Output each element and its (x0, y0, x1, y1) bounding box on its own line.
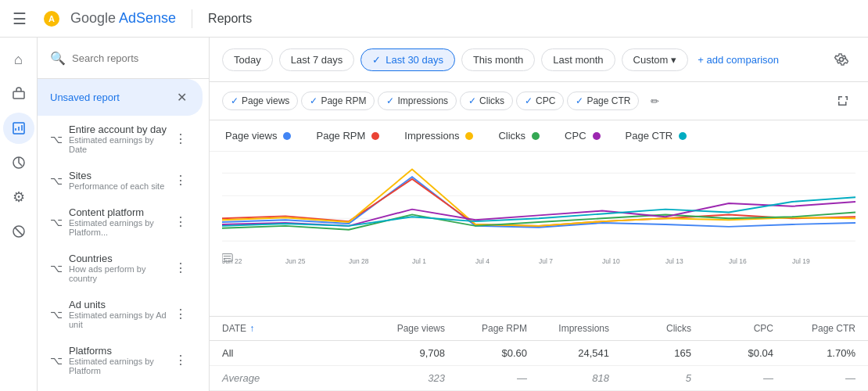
sort-arrow-icon: ↑ (249, 323, 254, 334)
today-filter-button[interactable]: Today (222, 48, 273, 71)
nav-optimization-icon[interactable] (3, 147, 34, 178)
checkmark-icon: ✓ (372, 54, 381, 66)
legend-dot-cpc (593, 132, 601, 140)
legend-label-page-ctr: Page CTR (626, 130, 673, 142)
legend-label-cpc: CPC (565, 130, 586, 142)
date-filter-bar: Today Last 7 days ✓ Last 30 days This mo… (210, 38, 868, 82)
entire-account-subtitle: Estimated earnings by Date (69, 135, 171, 154)
custom-filter-button[interactable]: Custom ▾ (622, 48, 689, 71)
page-title: Reports (208, 12, 252, 26)
last7-filter-button[interactable]: Last 7 days (279, 48, 355, 71)
search-icon: 🔍 (50, 51, 66, 66)
this-month-filter-button[interactable]: This month (461, 48, 535, 71)
countries-subtitle: How ads perform by country (69, 264, 171, 283)
legend-page-rpm: Page RPM (316, 130, 379, 142)
sidebar-item-entire-account[interactable]: ⌥ Entire account by day Estimated earnin… (38, 116, 203, 162)
brand-name: Google AdSense (70, 10, 176, 27)
check-page-rpm-icon: ✓ (310, 95, 317, 106)
search-input[interactable] (72, 52, 203, 64)
legend-dot-clicks (532, 132, 540, 140)
sidebar-item-unsaved[interactable]: Unsaved report ✕ (38, 79, 203, 116)
table-row-average: Average 323 — 818 5 — — (210, 366, 868, 391)
menu-icon[interactable]: ☰ (13, 9, 27, 28)
chevron-down-icon: ▾ (671, 54, 676, 66)
expand-chart-icon[interactable] (830, 88, 855, 113)
chip-page-ctr[interactable]: ✓ Page CTR (567, 91, 639, 110)
svg-text:A: A (48, 14, 55, 23)
last30-filter-button[interactable]: ✓ Last 30 days (360, 48, 455, 71)
content-platform-label: Content platform (69, 206, 171, 218)
last-month-filter-button[interactable]: Last month (541, 48, 615, 71)
td-all-page-ctr: 1.70% (773, 347, 855, 359)
ad-units-subtitle: Estimated earnings by Ad unit (69, 310, 171, 329)
th-cpc[interactable]: CPC (691, 323, 773, 334)
logo-container: A (42, 9, 61, 28)
svg-text:Jul 13: Jul 13 (665, 257, 683, 265)
entire-account-more-icon[interactable]: ⋮ (171, 128, 190, 149)
sites-subtitle: Performance of each site (69, 181, 171, 191)
sidebar-item-countries[interactable]: ⌥ Countries How ads perform by country ⋮ (38, 245, 203, 291)
svg-line-9 (14, 228, 22, 235)
svg-text:Jun 28: Jun 28 (349, 257, 369, 265)
report-settings-icon[interactable] (827, 45, 855, 74)
platforms-more-icon[interactable]: ⋮ (171, 350, 190, 371)
adsense-text: AdSense (119, 10, 176, 27)
chip-impressions[interactable]: ✓ Impressions (378, 91, 457, 110)
svg-rect-2 (13, 91, 24, 99)
sidebar-search-bar: 🔍 + (38, 38, 209, 79)
app-header: ☰ A Google AdSense Reports (0, 0, 868, 38)
chip-page-views[interactable]: ✓ Page views (222, 91, 298, 110)
header-divider (192, 9, 192, 28)
td-all-cpc: $0.04 (691, 347, 773, 359)
report-icon-content-platform: ⌥ (50, 216, 63, 228)
countries-more-icon[interactable]: ⋮ (171, 257, 190, 278)
chip-page-rpm[interactable]: ✓ Page RPM (301, 91, 375, 110)
edit-metrics-icon[interactable]: ✏ (642, 88, 667, 113)
svg-text:Jul 4: Jul 4 (475, 257, 490, 265)
report-icon-ad-units: ⌥ (50, 308, 63, 321)
th-page-rpm[interactable]: Page RPM (445, 323, 527, 334)
table-row-all: All 9,708 $0.60 24,541 165 $0.04 1.70% (210, 341, 868, 366)
chip-clicks[interactable]: ✓ Clicks (460, 91, 513, 110)
metric-chips-bar: ✓ Page views ✓ Page RPM ✓ Impressions ✓ … (210, 82, 868, 120)
nav-reports-icon[interactable] (3, 113, 34, 144)
add-comparison-button[interactable]: + add comparison (698, 54, 779, 66)
td-all-page-views: 9,708 (363, 347, 445, 359)
nav-block-ads-icon[interactable] (3, 216, 34, 247)
nav-earnings-icon[interactable] (3, 78, 34, 109)
content-platform-more-icon[interactable]: ⋮ (171, 211, 190, 232)
legend-label-clicks: Clicks (498, 130, 525, 142)
svg-text:Jul 19: Jul 19 (792, 257, 810, 265)
sidebar-item-sites[interactable]: ⌥ Sites Performance of each site ⋮ (38, 162, 203, 199)
nav-home-icon[interactable]: ⌂ (3, 44, 34, 75)
main-content: Today Last 7 days ✓ Last 30 days This mo… (210, 38, 868, 391)
check-page-ctr-icon: ✓ (576, 95, 583, 106)
td-avg-page-views: 323 (363, 372, 445, 384)
report-icon-platforms: ⌥ (50, 354, 63, 367)
th-clicks[interactable]: Clicks (609, 323, 691, 334)
google-text: Google (70, 10, 116, 27)
sidebar: 🔍 + Unsaved report ✕ ⌥ Entire account by… (38, 38, 210, 391)
report-icon-sites: ⌥ (50, 174, 63, 187)
th-page-ctr[interactable]: Page CTR (773, 323, 855, 334)
ad-units-more-icon[interactable]: ⋮ (171, 303, 190, 325)
close-report-icon[interactable]: ✕ (174, 87, 190, 108)
legend-dot-impressions (465, 132, 473, 140)
sidebar-item-content-platform[interactable]: ⌥ Content platform Estimated earnings by… (38, 199, 203, 245)
th-impressions[interactable]: Impressions (527, 323, 609, 334)
sites-more-icon[interactable]: ⋮ (171, 170, 190, 191)
sidebar-item-platforms[interactable]: ⌥ Platforms Estimated earnings by Platfo… (38, 337, 203, 383)
sidebar-item-ad-units[interactable]: ⌥ Ad units Estimated earnings by Ad unit… (38, 291, 203, 337)
td-avg-page-ctr: — (773, 372, 855, 384)
table-header-row: DATE ↑ Page views Page RPM Impressions C… (210, 317, 868, 341)
legend-page-views: Page views (225, 130, 291, 142)
td-avg-cpc: — (691, 372, 773, 384)
legend-dot-page-ctr (679, 132, 687, 140)
th-date[interactable]: DATE ↑ (222, 323, 363, 334)
svg-text:Jul 10: Jul 10 (602, 257, 620, 265)
chip-cpc[interactable]: ✓ CPC (516, 91, 564, 110)
td-all-date: All (222, 347, 363, 359)
nav-settings-icon[interactable]: ⚙ (3, 181, 34, 213)
th-page-views[interactable]: Page views (363, 323, 445, 334)
td-all-impressions: 24,541 (527, 347, 609, 359)
